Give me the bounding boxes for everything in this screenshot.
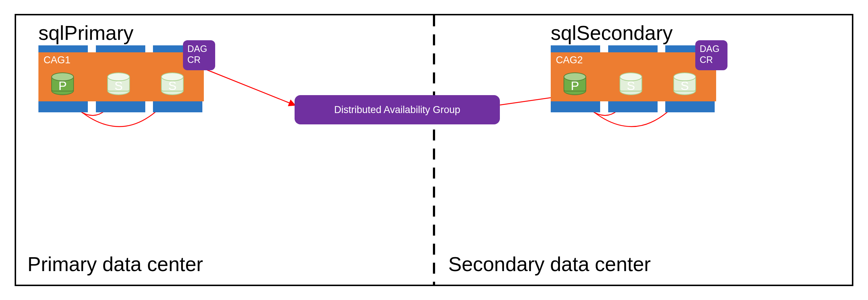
cylinder-letter: S	[161, 79, 184, 93]
primary-dag-badge: DAG CR	[183, 40, 215, 70]
secondary-db-s1: S	[620, 72, 642, 95]
secondary-title: sqlSecondary	[551, 21, 673, 45]
primary-dag-badge-line2: CR	[187, 54, 211, 65]
primary-dag-badge-line1: DAG	[187, 43, 211, 54]
primary-db-s1: S	[107, 72, 130, 95]
diagram-canvas: sqlPrimary CAG1 DAG CR P S S Primary dat…	[0, 0, 868, 300]
cylinder-letter: P	[51, 79, 74, 93]
secondary-dag-badge-line1: DAG	[700, 43, 723, 54]
primary-title: sqlPrimary	[38, 21, 134, 45]
primary-db-s2: S	[161, 72, 184, 95]
primary-rack-label: CAG1	[44, 55, 71, 66]
cylinder-letter: S	[620, 79, 642, 93]
secondary-dag-badge: DAG CR	[695, 40, 727, 70]
secondary-db-s2: S	[673, 72, 696, 95]
primary-footer: Primary data center	[27, 252, 203, 276]
dag-center-box: Distributed Availability Group	[295, 95, 500, 124]
secondary-db-p: P	[564, 72, 586, 95]
cylinder-letter: S	[107, 79, 130, 93]
primary-db-p: P	[51, 72, 74, 95]
cylinder-letter: P	[564, 79, 586, 93]
dag-center-label: Distributed Availability Group	[334, 104, 460, 116]
cylinder-letter: S	[673, 79, 696, 93]
secondary-dag-badge-line2: CR	[700, 54, 723, 65]
secondary-rack-label: CAG2	[556, 55, 583, 66]
secondary-footer: Secondary data center	[448, 252, 651, 276]
